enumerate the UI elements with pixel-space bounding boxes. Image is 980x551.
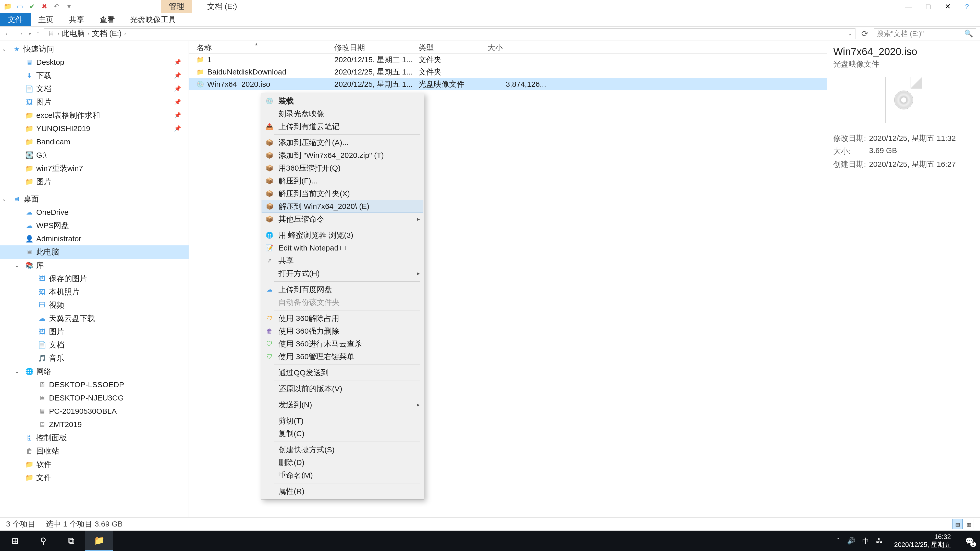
task-view-button[interactable]: ⧉ [57, 530, 85, 551]
close-button[interactable]: ✕ [942, 1, 953, 13]
network-icon[interactable]: 🖧 [876, 537, 883, 545]
chevron-right-icon[interactable]: › [124, 30, 126, 37]
nav-item[interactable]: 🖥此电脑 [0, 245, 189, 259]
context-menu-item[interactable]: 🛡使用 360进行木马云查杀 [262, 338, 423, 350]
maximize-button[interactable]: □ [922, 1, 934, 13]
nav-item[interactable]: 🎵音乐 [0, 351, 189, 365]
chevron-right-icon[interactable]: › [57, 30, 59, 37]
header-type[interactable]: 类型 [418, 43, 487, 53]
nav-item[interactable]: ⬇下载📌 [0, 69, 189, 82]
context-menu-item[interactable]: 删除(D) [262, 456, 423, 469]
explorer-taskbar-button[interactable]: 📁 [85, 530, 113, 551]
context-menu-item[interactable]: 📦解压到当前文件夹(X) [262, 187, 423, 200]
action-center-button[interactable]: 💬 3 [962, 534, 977, 548]
nav-item[interactable]: 🖥DESKTOP-NJEU3CG [0, 391, 189, 405]
nav-item[interactable]: ☁天翼云盘下载 [0, 312, 189, 325]
tray-overflow-icon[interactable]: ˄ [837, 537, 840, 545]
nav-quick-access[interactable]: ⌄ ★ 快速访问 [0, 42, 189, 56]
qat-properties-icon[interactable]: ▭ [14, 1, 25, 12]
context-menu-item[interactable]: 💿装载 [262, 95, 423, 107]
context-menu-item[interactable]: 📦用360压缩打开(Q) [262, 162, 423, 175]
expand-icon[interactable]: ⌄ [12, 262, 22, 268]
nav-item[interactable]: 🖼图片 [0, 325, 189, 338]
context-menu-item[interactable]: ☁上传到百度网盘 [262, 283, 423, 296]
search-icon[interactable]: 🔍 [964, 29, 973, 38]
nav-item[interactable]: 🖼保存的图片 [0, 272, 189, 285]
back-button[interactable]: ← [4, 30, 11, 38]
minimize-button[interactable]: — [903, 1, 915, 13]
nav-item[interactable]: 📁Bandicam [0, 135, 189, 148]
nav-item[interactable]: 🖥PC-20190530OBLA [0, 405, 189, 418]
nav-item[interactable]: 📁文件 [0, 471, 189, 484]
context-menu-item[interactable]: 🗑使用 360强力删除 [262, 325, 423, 338]
context-menu-item[interactable]: 通过QQ发送到 [262, 366, 423, 379]
context-menu-item[interactable]: 打开方式(H)▸ [262, 267, 423, 280]
context-menu-item[interactable]: 复制(C) [262, 427, 423, 440]
context-menu-item[interactable]: 📦添加到压缩文件(A)... [262, 136, 423, 149]
nav-item[interactable]: 📄文档📌 [0, 82, 189, 95]
context-menu-item[interactable]: 发送到(N)▸ [262, 399, 423, 411]
start-button[interactable]: ⊞ [1, 530, 29, 551]
context-menu-item[interactable]: 📦解压到 Win7x64_2020\ (E) [262, 200, 423, 213]
nav-item[interactable]: 🎞视频 [0, 299, 189, 312]
forward-button[interactable]: → [16, 30, 24, 38]
qat-new-icon[interactable]: ✔ [27, 1, 38, 12]
ribbon-tab-disc-tools[interactable]: 光盘映像工具 [123, 13, 184, 26]
nav-network[interactable]: ⌄ 🌐 网络 [0, 365, 189, 378]
qat-dropdown-icon[interactable]: ▾ [63, 1, 75, 12]
nav-item[interactable]: 📄文档 [0, 338, 189, 351]
nav-item[interactable]: 🖥Desktop📌 [0, 56, 189, 69]
context-menu-item[interactable]: 刻录光盘映像 [262, 107, 423, 120]
context-menu-item[interactable]: ↗共享 [262, 254, 423, 267]
context-menu-item[interactable]: 属性(R) [262, 485, 423, 498]
context-menu-item[interactable]: 创建快捷方式(S) [262, 443, 423, 456]
history-dropdown-icon[interactable]: ▾ [29, 30, 31, 37]
crumb-this-pc[interactable]: 此电脑 [62, 28, 85, 39]
nav-item[interactable]: 📁YUNQISHI2019📌 [0, 122, 189, 135]
nav-item[interactable]: ☁OneDrive [0, 206, 189, 219]
header-date[interactable]: 修改日期 [334, 43, 418, 53]
context-menu-item[interactable]: 📦添加到 "Win7x64_2020.zip" (T) [262, 149, 423, 162]
search-input[interactable]: 搜索"文档 (E:)" 🔍 [874, 28, 976, 39]
clock[interactable]: 16:32 2020/12/25, 星期五 [890, 533, 955, 549]
refresh-button[interactable]: ⟳ [859, 29, 870, 38]
ime-indicator[interactable]: 中 [862, 537, 869, 545]
nav-item[interactable]: 🎛控制面板 [0, 431, 189, 445]
address-dropdown-icon[interactable]: ⌄ [848, 30, 852, 37]
ribbon-tab-home[interactable]: 主页 [30, 13, 61, 26]
up-button[interactable]: ↑ [36, 30, 40, 38]
nav-item[interactable]: ⌄📚库 [0, 259, 189, 272]
nav-item[interactable]: 👤Administrator [0, 232, 189, 245]
nav-item[interactable]: 🖥DESKTOP-LSSOEDP [0, 378, 189, 391]
file-row[interactable]: 📁12020/12/15, 星期二 1...文件夹 [189, 54, 827, 66]
nav-item[interactable]: 🖼图片📌 [0, 95, 189, 109]
context-menu-item[interactable]: 剪切(T) [262, 414, 423, 427]
file-row[interactable]: 📁BaiduNetdiskDownload2020/12/25, 星期五 1..… [189, 66, 827, 78]
search-button[interactable]: ⚲ [29, 530, 57, 551]
nav-item[interactable]: 📁软件 [0, 457, 189, 471]
nav-item[interactable]: 💽G:\ [0, 148, 189, 162]
nav-item[interactable]: 🖼本机照片 [0, 285, 189, 299]
expand-icon[interactable]: ⌄ [0, 196, 9, 202]
ribbon-tab-share[interactable]: 共享 [61, 13, 92, 26]
help-button[interactable]: ? [961, 1, 973, 13]
context-menu-item[interactable]: 还原以前的版本(V) [262, 383, 423, 395]
view-large-button[interactable]: ▦ [964, 519, 974, 529]
nav-item[interactable]: 🗑回收站 [0, 445, 189, 457]
context-menu-item[interactable]: 📦解压到(F)... [262, 175, 423, 187]
context-menu-item[interactable]: 📤上传到有道云笔记 [262, 120, 423, 133]
context-menu-item[interactable]: 重命名(M) [262, 469, 423, 482]
context-menu-item[interactable]: 🌐用 蜂蜜浏览器 浏览(3) [262, 229, 423, 241]
context-menu-item[interactable]: 🛡使用 360管理右键菜单 [262, 350, 423, 363]
context-menu-item[interactable]: 📦其他压缩命令▸ [262, 213, 423, 225]
nav-item[interactable]: 📁excel表格制作求和📌 [0, 109, 189, 122]
nav-item[interactable]: ☁WPS网盘 [0, 219, 189, 232]
crumb-current[interactable]: 文档 (E:) [92, 28, 122, 39]
volume-icon[interactable]: 🔊 [847, 537, 855, 545]
ribbon-tab-view[interactable]: 查看 [92, 13, 123, 26]
header-size[interactable]: 大小 [487, 43, 551, 53]
ribbon-tab-file[interactable]: 文件 [0, 13, 30, 26]
chevron-right-icon[interactable]: › [87, 30, 89, 37]
nav-item[interactable]: 📁win7重装win7 [0, 162, 189, 175]
qat-undo-icon[interactable]: ↶ [51, 1, 62, 12]
